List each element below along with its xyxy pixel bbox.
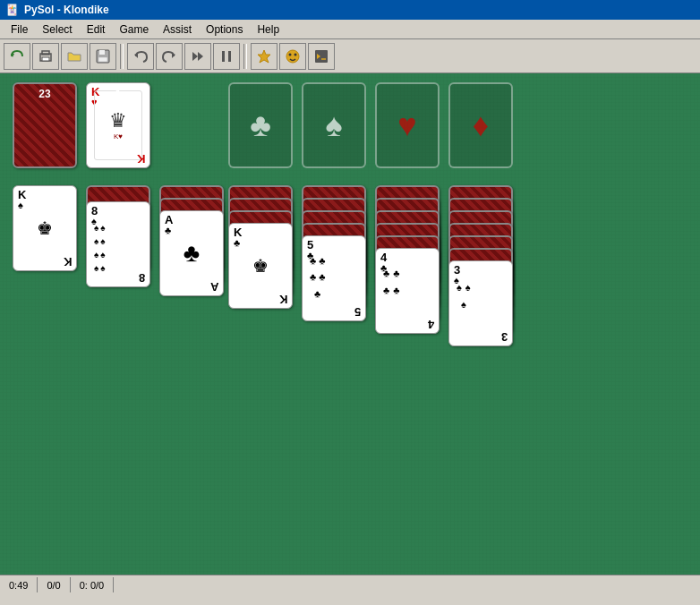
tableau-col-5-card-5[interactable]: 4 ♣ ♣♣♣♣ 4 xyxy=(375,248,440,334)
statusbar: 0:49 0/0 0: 0/0 xyxy=(0,575,700,594)
menu-help[interactable]: Help xyxy=(250,21,286,38)
svg-point-16 xyxy=(295,53,297,55)
print-button[interactable] xyxy=(32,43,59,70)
score-display-1: 0/0 xyxy=(38,577,70,592)
window-title: PySol - Klondike xyxy=(24,4,109,16)
titlebar: 🃏 PySol - Klondike xyxy=(0,0,700,20)
autodrop-button[interactable] xyxy=(184,43,211,70)
open-button[interactable] xyxy=(61,43,88,70)
menu-options[interactable]: Options xyxy=(199,21,250,38)
menu-assist[interactable]: Assist xyxy=(156,21,199,38)
save-button[interactable] xyxy=(90,43,116,70)
tableau-col-0-card-0[interactable]: K ♠ ♚ K xyxy=(13,185,77,271)
new-game-button[interactable] xyxy=(4,43,30,70)
face-button[interactable] xyxy=(279,43,306,70)
tableau-col-4-card-4[interactable]: 5 ♣ ♣♣♣♣♣ 5 xyxy=(302,235,366,321)
foundation-hearts[interactable]: ♥ xyxy=(375,82,440,168)
svg-rect-3 xyxy=(42,57,49,61)
stats-button[interactable] xyxy=(251,43,277,70)
score-value-1: 0/0 xyxy=(47,580,60,591)
svg-marker-9 xyxy=(192,52,198,61)
tableau-col-2-card-2[interactable]: A ♣ ♣ A xyxy=(159,210,224,296)
game-area: 23 K ♥ ♛ K♥ K 1 ♣ ♠ ♥ ♦ xyxy=(0,73,700,575)
time-display: 0:49 xyxy=(5,577,38,592)
foundation-spades[interactable]: ♠ xyxy=(302,82,366,168)
terminal-button[interactable] xyxy=(308,43,335,70)
toolbar xyxy=(0,39,700,73)
menu-select[interactable]: Select xyxy=(35,21,79,38)
stock-count: 23 xyxy=(13,88,77,100)
svg-rect-6 xyxy=(98,57,107,62)
foundation-diamonds[interactable]: ♦ xyxy=(448,82,513,168)
separator-2 xyxy=(243,44,247,69)
spades-symbol: ♠ xyxy=(325,107,342,144)
time-value: 0:49 xyxy=(9,580,28,591)
waste-count: 1 xyxy=(86,88,150,100)
redo-button[interactable] xyxy=(156,43,183,70)
pause-button[interactable] xyxy=(213,43,240,70)
svg-rect-2 xyxy=(42,51,49,55)
tableau-col-3-card-3[interactable]: K ♣ ♚ K xyxy=(228,223,293,309)
tableau-col-1-card-1[interactable]: 8 ♠ ♠♠♠♠♠♠♠♠ 8 xyxy=(86,201,150,287)
svg-rect-12 xyxy=(228,51,231,62)
svg-marker-13 xyxy=(258,50,270,63)
menu-edit[interactable]: Edit xyxy=(80,21,113,38)
svg-marker-10 xyxy=(198,52,203,61)
waste-rank-bottom: K xyxy=(137,153,145,165)
tableau-col-6-card-6[interactable]: 3 ♠ ♠♠♠ 3 xyxy=(448,260,513,346)
menubar: File Select Edit Game Assist Options Hel… xyxy=(0,20,700,39)
undo-button[interactable] xyxy=(127,43,154,70)
app-icon: 🃏 xyxy=(5,4,19,16)
diamonds-symbol: ♦ xyxy=(473,107,489,144)
svg-rect-5 xyxy=(99,50,105,55)
clubs-symbol: ♣ xyxy=(250,107,271,144)
svg-rect-11 xyxy=(222,51,225,62)
menu-file[interactable]: File xyxy=(4,21,35,38)
foundation-clubs[interactable]: ♣ xyxy=(228,82,293,168)
hearts-symbol: ♥ xyxy=(397,107,416,144)
menu-game[interactable]: Game xyxy=(112,21,156,38)
svg-point-15 xyxy=(289,53,292,55)
score-value-2: 0: 0/0 xyxy=(80,580,105,591)
separator-1 xyxy=(120,44,124,69)
score-display-2: 0: 0/0 xyxy=(71,577,115,592)
